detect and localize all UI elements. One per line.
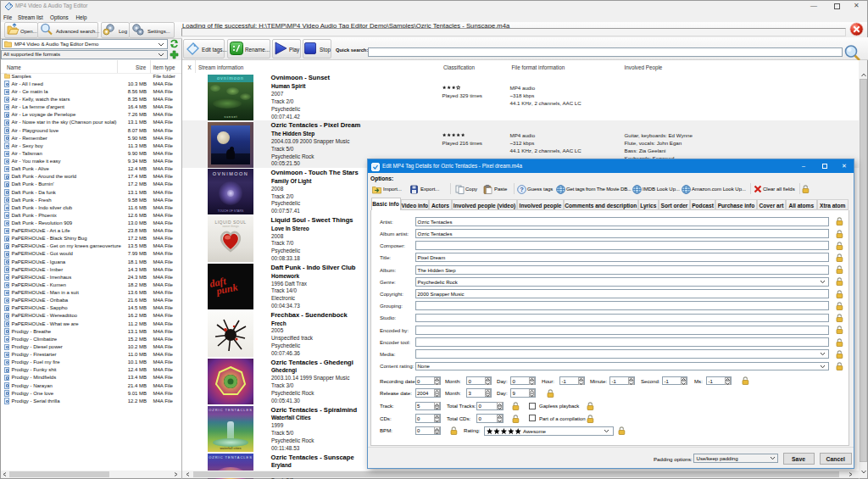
svg-text:?: ? [520, 186, 524, 193]
